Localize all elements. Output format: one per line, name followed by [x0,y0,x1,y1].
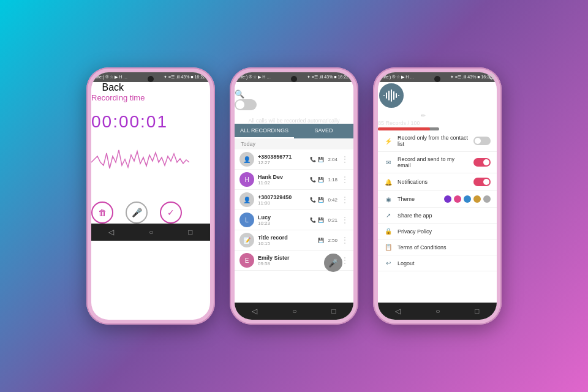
status-left-p2: life:) ® ☆ ▶ H … [239,75,271,80]
record-item-1[interactable]: 👤 +3803856771 12:27 📞 💾 2:04 ⋮ [235,149,353,170]
recording-toggle-switch[interactable] [235,99,257,110]
back-arrow-icon[interactable]: ← [91,83,99,92]
mic-button[interactable]: 🎤 [126,202,148,224]
tab-saved[interactable]: SAVED [294,124,353,138]
nav-recent-btn-p2[interactable]: □ [331,307,336,315]
search-icon[interactable]: 🔍 [235,89,244,99]
record-info-3: +3807329450 11:00 [258,194,306,206]
notifications-icon: 🔔 [384,179,393,186]
profile-records-text: 85 Records / 100 [378,120,497,126]
toggle-knob [236,100,244,109]
nav-home-btn-p2[interactable]: ○ [292,307,296,315]
email-toggle[interactable] [473,158,491,167]
mic-float-button[interactable]: 🎤 [324,254,342,272]
confirm-button[interactable]: ✓ [160,202,182,224]
nav-recent-btn-p3[interactable]: □ [475,307,479,315]
privacy-label: Privacy Policy [398,228,491,235]
section-today: Today [235,138,353,149]
record-duration-3: 0:42 [328,197,337,203]
record-meta-2: 📞 💾 [310,177,324,183]
settings-share[interactable]: ↗ Share the app [378,208,497,224]
more-icon-1[interactable]: ⋮ [341,155,349,164]
nav-back-btn[interactable]: ◁ [108,228,114,236]
phone-2-header: 🔍 [235,82,353,99]
nav-home-btn[interactable]: ○ [149,228,153,236]
profile-avatar [378,82,405,109]
theme-dot-gold[interactable] [473,195,481,203]
record-name-3: +3807329450 [258,194,306,200]
contact-list-icon: ⚡ [384,138,393,145]
profile-name-text: Mary Urban [378,111,418,120]
record-meta-4: 📞 💾 [310,217,324,223]
terms-label: Terms of Conditions [398,244,491,251]
phone-2-body: life:) ® ☆ ▶ H … ✦ ≡☰ .ill 43% ■ 16:22 🔍… [230,67,358,325]
phone-2: life:) ® ☆ ▶ H … ✦ ≡☰ .ill 43% ■ 16:22 🔍… [230,67,358,325]
settings-privacy[interactable]: 🔒 Privacy Policy [378,224,497,239]
menu-icon[interactable] [235,82,353,88]
record-duration-4: 0:21 [328,217,337,223]
recording-controls: 🗑 🎤 ✓ [91,202,210,224]
notifications-toggle[interactable] [473,178,491,186]
record-time-4: 10:23 [258,221,306,226]
nav-back-btn-p3[interactable]: ◁ [395,307,401,315]
record-meta-1: 📞 💾 [310,157,324,162]
status-left-p3: life:) ® ☆ ▶ H … [383,75,414,80]
record-item-4[interactable]: L Lucy 10:23 📞 💾 0:21 ⋮ [235,210,353,230]
status-right: ✦ ≡☰ .ill 43% ■ 16:22 [164,75,205,80]
phone-1-app-body: Recording time 00:00:01 🗑 🎤 ✓ [91,93,210,224]
recordings-tabs: ALL RECORDINGS SAVED [235,124,353,138]
logout-label: Logout [398,260,491,266]
recording-title: Recording time [91,93,210,102]
theme-dot-purple[interactable] [444,195,451,203]
record-name-5: Title record [258,235,314,241]
edit-icon[interactable]: ✏ [421,113,426,119]
record-info-4: Lucy 10:23 [258,214,306,226]
nav-recent-btn[interactable]: □ [188,228,192,236]
share-label: Share the app [398,213,491,219]
settings-terms[interactable]: 📋 Terms of Conditions [378,239,497,255]
notifications-label: Notifications [398,179,469,185]
settings-email[interactable]: ✉ Record and send to my email [378,152,497,173]
theme-dot-pink[interactable] [454,195,461,203]
tab-all-recordings[interactable]: ALL RECORDINGS [235,124,294,138]
settings-contact-list[interactable]: ⚡ Record only from the contact list [378,130,497,152]
settings-logout[interactable]: ↩ Logout [378,255,497,271]
phone-3-screen: life:) ® ☆ ▶ H … ✦ ≡☰ .ill 43% ■ 16:22 ⚙ [378,72,497,320]
nav-home-btn-p3[interactable]: ○ [435,307,440,315]
more-icon-5[interactable]: ⋮ [341,236,349,244]
record-name-2: Hank Dev [258,174,306,180]
record-info-5: Title record 10:15 [258,235,314,246]
contact-list-toggle-knob [475,138,481,144]
record-duration-5: 2:50 [328,238,337,243]
share-icon: ↗ [384,212,393,219]
contact-list-toggle[interactable] [473,137,491,145]
theme-dot-blue[interactable] [464,195,471,203]
theme-label: Theme [398,196,439,202]
more-icon-3[interactable]: ⋮ [341,195,349,204]
recordings-list: Today 👤 +3803856771 12:27 📞 💾 2:04 ⋮ [235,138,353,303]
back-label: Back [102,82,124,92]
settings-gear-icon[interactable]: ⚙ [488,72,496,81]
more-icon-4[interactable]: ⋮ [341,216,349,224]
record-duration-2: 1:18 [328,177,337,183]
phone-1: life:) ® ☆ ▶ H … ✦ ≡☰ .ill 43% ■ 16:22 ←… [86,67,215,325]
record-meta-5: 💾 [318,238,324,243]
email-toggle-knob [483,159,489,165]
record-item-5[interactable]: 📝 Title record 10:15 💾 2:50 ⋮ [235,230,353,251]
call-icon-4: 📞 [310,217,316,223]
terms-icon: 📋 [384,244,393,251]
settings-notifications[interactable]: 🔔 Notifications [378,173,497,191]
save-icon-3: 💾 [318,197,324,203]
more-icon-2[interactable]: ⋮ [341,175,349,184]
nav-back-btn-p2[interactable]: ◁ [252,307,257,315]
toggle-sublabel: All calls wil be recorded automatically [235,118,353,124]
privacy-icon: 🔒 [384,228,393,235]
record-item-3[interactable]: 👤 +3807329450 11:00 📞 💾 0:42 ⋮ [235,190,353,210]
settings-theme[interactable]: ◉ Theme [378,191,497,208]
save-icon-2: 💾 [318,177,324,183]
record-item-2[interactable]: H Hank Dev 11:02 📞 💾 1:18 ⋮ [235,170,353,190]
delete-button[interactable]: 🗑 [91,202,113,224]
theme-dot-gray[interactable] [483,195,491,203]
phone-1-body: life:) ® ☆ ▶ H … ✦ ≡☰ .ill 43% ■ 16:22 ←… [86,67,215,325]
avatar-2: H [239,172,254,187]
